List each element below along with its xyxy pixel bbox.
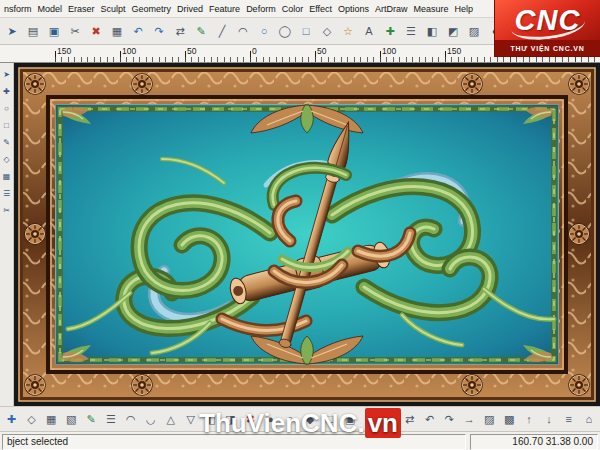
- home-icon[interactable]: ⌂: [579, 409, 598, 430]
- arrow-right-icon[interactable]: →: [460, 409, 479, 430]
- point-icon[interactable]: ●: [261, 409, 280, 430]
- circle-icon[interactable]: ○: [1, 102, 13, 114]
- grid-icon[interactable]: ▩: [500, 409, 519, 430]
- hatch-icon[interactable]: ▨: [464, 21, 484, 42]
- cut-icon[interactable]: ✂: [65, 21, 85, 42]
- plus-icon[interactable]: ✚: [380, 21, 400, 42]
- square-icon[interactable]: □: [321, 409, 340, 430]
- filled-square-icon[interactable]: ▣: [340, 409, 359, 430]
- arrow-up-icon[interactable]: ↑: [520, 409, 539, 430]
- copy-icon[interactable]: ▦: [107, 21, 127, 42]
- menu-item[interactable]: Geometry: [129, 3, 175, 15]
- ruler-label: 50: [185, 46, 250, 56]
- left-toolbar: ➤ ✚ ○ □ ✎ ◇ ▦ ☰ ✂: [0, 63, 14, 406]
- ruler-label: 0: [250, 46, 315, 56]
- redo-icon[interactable]: ↷: [149, 21, 169, 42]
- relief-render: [14, 63, 600, 406]
- ruler-label: 50: [315, 46, 380, 56]
- menu-item[interactable]: Drived: [174, 3, 206, 15]
- cnc-logo: CNC THƯ VIỆN CNC.VN: [494, 0, 600, 57]
- polygon-icon[interactable]: ◇: [1, 153, 13, 165]
- line-icon[interactable]: ╱: [212, 21, 232, 42]
- select-tool-icon[interactable]: ➤: [1, 68, 13, 80]
- menu-item[interactable]: nsform: [1, 3, 35, 15]
- hatch-icon[interactable]: ▧: [62, 409, 81, 430]
- rect-icon[interactable]: □: [296, 21, 316, 42]
- star-icon[interactable]: ☆: [380, 409, 399, 430]
- arc-down-icon[interactable]: ◡: [141, 409, 160, 430]
- save-icon[interactable]: ▣: [44, 21, 64, 42]
- half-left-icon[interactable]: ◧: [201, 409, 220, 430]
- rect-icon[interactable]: □: [1, 119, 13, 131]
- layers-icon[interactable]: ☰: [1, 187, 13, 199]
- menu-item[interactable]: Help: [452, 3, 477, 15]
- cut-icon[interactable]: ✂: [1, 204, 13, 216]
- menu-item[interactable]: ArtDraw: [372, 3, 411, 15]
- undo-icon[interactable]: ↶: [420, 409, 439, 430]
- circle-icon[interactable]: ○: [254, 21, 274, 42]
- mesh-icon[interactable]: ▦: [42, 409, 61, 430]
- delete-icon[interactable]: ✖: [86, 21, 106, 42]
- ellipse-icon[interactable]: ◯: [275, 21, 295, 42]
- redo-icon[interactable]: ↷: [440, 409, 459, 430]
- hatch2-icon[interactable]: ▨: [480, 409, 499, 430]
- select-tool-icon[interactable]: ➤: [2, 21, 22, 42]
- layers-icon[interactable]: ☰: [401, 21, 421, 42]
- menu-item[interactable]: Deform: [243, 3, 279, 15]
- corner-icon[interactable]: ◩: [443, 21, 463, 42]
- mesh-icon[interactable]: ▦: [1, 170, 13, 182]
- pencil-icon[interactable]: ✎: [1, 136, 13, 148]
- menu-item[interactable]: Options: [335, 3, 372, 15]
- cursor-coordinates: 160.70 31.38 0.00: [470, 434, 598, 450]
- star-icon[interactable]: ☆: [338, 21, 358, 42]
- swap-icon[interactable]: ⇄: [400, 409, 419, 430]
- undo-icon[interactable]: ↶: [128, 21, 148, 42]
- polygon-icon[interactable]: ◇: [317, 21, 337, 42]
- layers-icon[interactable]: ☰: [102, 409, 121, 430]
- open-icon[interactable]: ▤: [23, 21, 43, 42]
- menu-item[interactable]: Feature: [206, 3, 243, 15]
- menu-item[interactable]: Color: [279, 3, 307, 15]
- arc-up-icon[interactable]: ◠: [121, 409, 140, 430]
- menu-item[interactable]: Eraser: [65, 3, 98, 15]
- menu-item[interactable]: Effect: [306, 3, 335, 15]
- ruler-label: 150: [55, 46, 120, 56]
- triangle-up-icon[interactable]: △: [161, 409, 180, 430]
- ruler-label: 100: [120, 46, 185, 56]
- pencil-icon[interactable]: ✎: [82, 409, 101, 430]
- table-icon[interactable]: ▤: [360, 409, 379, 430]
- bottom-toolbar: ✚ ◇ ▦ ▧ ✎ ☰ ◠ ◡ △ ▽ ◧ ◨ ✖ ● ○ ◆: [0, 406, 600, 431]
- status-bar: bject selected 160.70 31.38 0.00: [0, 431, 600, 450]
- half-left-icon[interactable]: ◧: [422, 21, 442, 42]
- delete-icon[interactable]: ✖: [241, 409, 260, 430]
- menu-item[interactable]: Sculpt: [98, 3, 129, 15]
- menu-item[interactable]: Measure: [411, 3, 452, 15]
- circle-icon[interactable]: ○: [281, 409, 300, 430]
- pan-icon[interactable]: ✚: [2, 409, 21, 430]
- viewport[interactable]: [14, 63, 600, 406]
- arc-icon[interactable]: ◠: [233, 21, 253, 42]
- menu-icon[interactable]: ≡: [559, 409, 578, 430]
- main-area: ➤ ✚ ○ □ ✎ ◇ ▦ ☰ ✂: [0, 63, 600, 406]
- cnc-logo-title: CNC: [495, 0, 600, 40]
- diamond-icon[interactable]: ◆: [301, 409, 320, 430]
- status-message: bject selected: [2, 434, 466, 450]
- pencil-icon[interactable]: ✎: [191, 21, 211, 42]
- node-edit-icon[interactable]: ◇: [22, 409, 41, 430]
- ruler-label: 100: [380, 46, 445, 56]
- swap-icon[interactable]: ⇄: [170, 21, 190, 42]
- text-icon[interactable]: A: [359, 21, 379, 42]
- plus-icon[interactable]: ✚: [1, 85, 13, 97]
- half-right-icon[interactable]: ◨: [221, 409, 240, 430]
- menu-item[interactable]: Model: [35, 3, 66, 15]
- app-window: nsform Model Eraser Sculpt Geometry Driv…: [0, 0, 600, 450]
- cnc-logo-subtitle: THƯ VIỆN CNC.VN: [495, 40, 600, 56]
- triangle-down-icon[interactable]: ▽: [181, 409, 200, 430]
- arrow-down-icon[interactable]: ↓: [539, 409, 558, 430]
